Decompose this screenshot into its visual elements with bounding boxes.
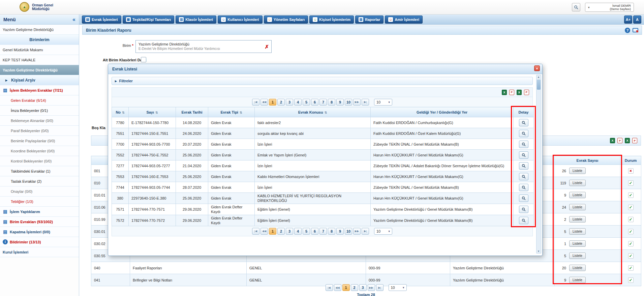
sidebar-item[interactable]: Benimle Paylaşılanlar (0/0) (0, 136, 79, 146)
page-number-button[interactable]: 8 (328, 228, 335, 235)
excel-export-all-icon[interactable] (517, 90, 522, 95)
excel-export-icon[interactable] (502, 90, 507, 95)
first-page-button[interactable] (252, 99, 259, 106)
listele-button[interactable]: Listele (569, 253, 586, 259)
page-number-button[interactable]: 6 (311, 99, 318, 106)
listele-button[interactable]: Listele (569, 168, 586, 174)
page-number-button[interactable]: 1 (269, 99, 276, 106)
page-number-button[interactable]: 3 (359, 284, 367, 291)
detay-button[interactable] (519, 119, 528, 126)
prev-page-button[interactable] (260, 228, 268, 235)
page-number-button[interactable]: 4 (294, 228, 302, 235)
alt-birim-checkbox[interactable] (141, 57, 146, 62)
search-button[interactable] (572, 3, 580, 11)
detay-button[interactable] (519, 173, 528, 180)
sidebar-item[interactable]: KEP TEST HAVALE (0, 55, 79, 65)
close-icon[interactable] (534, 65, 540, 71)
birim-field[interactable]: Yazılım Geliştirme Direktörlüğü E-Devlet… (135, 40, 272, 53)
page-number-button[interactable]: 5 (303, 99, 310, 106)
nav-tab[interactable]: Klasör İşlemleri (176, 16, 216, 24)
column-header[interactable]: Sayı (129, 107, 176, 117)
column-header[interactable]: Evrak Tipi (208, 107, 255, 117)
dialog-scrollbar[interactable] (536, 75, 541, 254)
page-number-button[interactable]: 1 (342, 284, 350, 291)
nav-tab[interactable]: Teşkilat/Kişi Tanımları (123, 16, 175, 24)
sidebar-item[interactable]: Onaylar (0/0) (0, 186, 79, 197)
folders-column-header[interactable]: Evrak Sayısı (555, 156, 620, 165)
page-number-button[interactable]: 3 (286, 99, 293, 106)
sidebar-item[interactable]: İmza Bekleyenler (0/1) (0, 106, 79, 116)
page-number-button[interactable]: 1 (269, 228, 276, 235)
help-icon[interactable] (625, 28, 630, 33)
sidebar-item[interactable]: Yazılım Geliştirme Direktörlüğü (0, 25, 79, 35)
page-number-button[interactable]: 2 (277, 228, 285, 235)
sidebar-item[interactable]: Tebliğler (1/3) (0, 197, 79, 207)
dialog-title-bar[interactable]: Evrak Listesi (108, 64, 542, 74)
page-size-select[interactable]: 10 (374, 228, 392, 235)
column-header[interactable]: No (112, 107, 129, 117)
first-page-button[interactable] (326, 284, 333, 291)
detay-button[interactable] (519, 206, 528, 213)
detay-button[interactable] (519, 151, 528, 159)
sidebar-item[interactable]: Kurul İşlemleri (0, 247, 79, 257)
pdf-export-all-icon[interactable] (632, 138, 637, 143)
last-page-button[interactable] (376, 284, 384, 291)
sidebar-item[interactable]: Gelen Evraklar (6/14) (0, 95, 79, 106)
sidebar-item[interactable]: İşlem Bekleyen Evraklar (7/21) (0, 85, 79, 95)
column-header[interactable]: Evrak Tarihi (176, 107, 208, 117)
clear-field-icon[interactable] (265, 44, 269, 50)
page-window-icon[interactable] (633, 28, 638, 32)
prev-page-button[interactable] (334, 284, 341, 291)
listele-button[interactable]: Listele (569, 240, 586, 247)
nav-tab[interactable]: Kullanıcı İşlemleri (218, 16, 263, 24)
pdf-export-icon[interactable] (509, 90, 514, 95)
detay-button[interactable] (519, 217, 528, 224)
page-number-button[interactable]: 9 (336, 99, 344, 106)
pdf-export-all-icon[interactable] (524, 90, 529, 95)
last-page-button[interactable] (362, 228, 369, 235)
nav-tab[interactable]: Amir İşlemleri (385, 16, 423, 24)
next-page-button[interactable] (353, 99, 361, 106)
font-increase-button[interactable]: A+ (624, 16, 632, 24)
sidebar-item[interactable]: Yazılım Geliştirme Direktörlüğü (0, 65, 79, 75)
listele-button[interactable]: Listele (569, 216, 586, 223)
detay-button[interactable] (519, 195, 528, 202)
collapse-sidebar-icon[interactable] (72, 17, 75, 22)
page-number-button[interactable]: 4 (294, 99, 302, 106)
detay-button[interactable] (519, 141, 528, 148)
nav-tab[interactable]: Raporlar (355, 16, 384, 24)
listele-button[interactable]: Listele (569, 277, 586, 283)
sidebar-item[interactable]: Kapatma İşlemleri (0/0) (0, 227, 79, 237)
sidebar-item[interactable]: Birim Evrakları (93/1002) (0, 217, 79, 227)
sidebar-item[interactable]: Kişisel Arşiv (0, 75, 79, 85)
scrollbar-thumb[interactable] (537, 80, 541, 90)
page-number-button[interactable]: 3 (286, 228, 293, 235)
listele-button[interactable]: Listele (569, 192, 586, 198)
folders-column-header[interactable]: Durum (620, 156, 641, 165)
sidebar-item[interactable]: Taslak Evraklar (2) (0, 176, 79, 186)
last-page-button[interactable] (362, 99, 369, 106)
nav-tab[interactable]: Evrak İşlemleri (82, 16, 121, 24)
sidebar-item[interactable]: İşlem Yaptıklarım (0, 207, 79, 217)
page-number-button[interactable]: 2 (277, 99, 285, 106)
detay-button[interactable] (519, 184, 528, 191)
font-decrease-button[interactable]: A (633, 16, 641, 24)
nav-tab[interactable]: Kişisel İşlemlerim (309, 16, 354, 24)
sidebar-item[interactable]: Paraf Bekleyenler (0/0) (0, 126, 79, 136)
sidebar-item[interactable]: Genel Müdürlük Makamı (0, 45, 79, 55)
next-page-button[interactable] (353, 228, 361, 235)
user-dropdown[interactable]: İsmail DEMİR (Demo Sayfası) (585, 3, 634, 12)
listele-button[interactable]: Listele (569, 204, 586, 210)
excel-export-icon[interactable] (610, 138, 615, 143)
first-page-button[interactable] (252, 228, 259, 235)
page-number-button[interactable]: 7 (319, 99, 327, 106)
page-number-button[interactable]: 7 (319, 228, 327, 235)
page-number-button[interactable]: 5 (303, 228, 310, 235)
next-page-button[interactable] (368, 284, 375, 291)
sidebar-item[interactable]: Kontrol Bekleyenler (0/0) (0, 156, 79, 166)
page-number-button[interactable]: 8 (328, 99, 335, 106)
sidebar-item[interactable]: Birimlerim (0, 35, 79, 45)
page-number-button[interactable]: 9 (336, 228, 344, 235)
detay-button[interactable] (519, 162, 528, 170)
column-header[interactable]: Detay (514, 107, 534, 117)
